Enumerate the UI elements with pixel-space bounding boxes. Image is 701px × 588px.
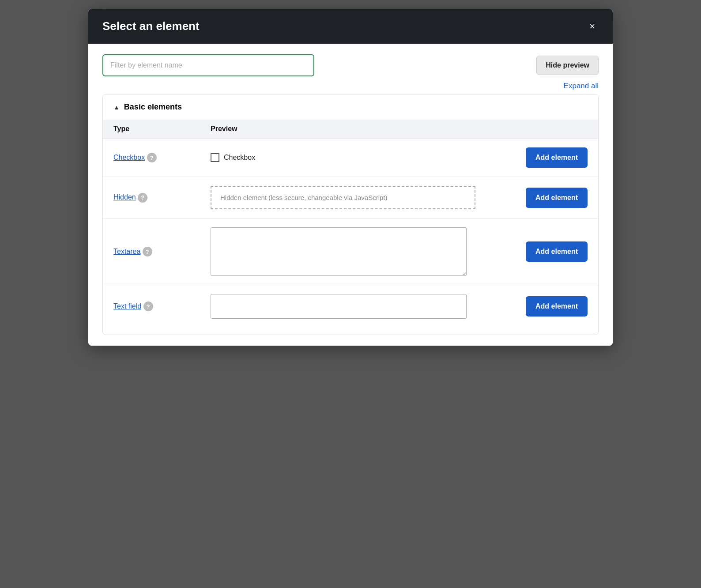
table-header-row: Type Preview <box>103 120 598 138</box>
textfield-link[interactable]: Text field <box>113 302 141 310</box>
elements-table: Type Preview Checkbox ? <box>103 120 598 335</box>
type-cell: Text field ? <box>113 302 211 311</box>
textarea-preview[interactable] <box>211 227 467 276</box>
checkbox-preview-area: Checkbox <box>211 153 508 162</box>
modal-body: Hide preview Expand all ▲ Basic elements… <box>88 44 613 346</box>
add-textarea-button[interactable]: Add element <box>526 241 588 262</box>
filter-input[interactable] <box>102 54 314 76</box>
expand-all-button[interactable]: Expand all <box>564 82 599 90</box>
type-cell: Textarea ? <box>113 247 211 256</box>
close-button[interactable]: × <box>586 20 599 33</box>
hidden-preview-area: Hidden element (less secure, changeable … <box>211 186 508 209</box>
checkbox-help-icon[interactable]: ? <box>147 153 157 162</box>
checkbox-preview: Checkbox <box>211 153 255 162</box>
checkbox-link[interactable]: Checkbox <box>113 154 145 162</box>
hide-preview-button[interactable]: Hide preview <box>536 56 599 75</box>
table-row: Textarea ? Add element <box>103 218 598 285</box>
type-cell: Checkbox ? <box>113 153 211 162</box>
modal-title: Select an element <box>102 19 200 33</box>
section-header[interactable]: ▲ Basic elements <box>103 94 598 120</box>
header-action <box>508 125 588 133</box>
header-type: Type <box>113 125 211 133</box>
checkbox-label: Checkbox <box>224 154 255 162</box>
textarea-link[interactable]: Textarea <box>113 248 140 256</box>
collapse-icon: ▲ <box>113 104 120 111</box>
textfield-preview <box>211 294 467 319</box>
section-title: Basic elements <box>124 102 182 112</box>
hidden-preview: Hidden element (less secure, changeable … <box>211 186 475 209</box>
add-checkbox-button[interactable]: Add element <box>526 147 588 168</box>
add-hidden-button[interactable]: Add element <box>526 188 588 208</box>
table-row: Hidden ? Hidden element (less secure, ch… <box>103 177 598 218</box>
add-textfield-button[interactable]: Add element <box>526 296 588 317</box>
filter-row: Hide preview <box>102 54 599 76</box>
textarea-help-icon[interactable]: ? <box>143 247 152 256</box>
table-row: Text field ? Add element <box>103 285 598 328</box>
textfield-help-icon[interactable]: ? <box>143 302 153 311</box>
type-cell: Hidden ? <box>113 193 211 203</box>
hidden-link[interactable]: Hidden <box>113 193 136 201</box>
table-row: Checkbox ? Checkbox Add element <box>103 138 598 177</box>
textarea-preview-area <box>211 227 508 276</box>
header-preview: Preview <box>211 125 508 133</box>
expand-all-row: Expand all <box>102 82 599 90</box>
basic-elements-section: ▲ Basic elements Type Preview Checkbox <box>102 94 599 335</box>
textfield-preview-area <box>211 294 508 319</box>
select-element-modal: Select an element × Hide preview Expand … <box>88 9 613 346</box>
modal-header: Select an element × <box>88 9 613 44</box>
hidden-help-icon[interactable]: ? <box>138 193 147 203</box>
checkbox-box <box>211 153 219 162</box>
